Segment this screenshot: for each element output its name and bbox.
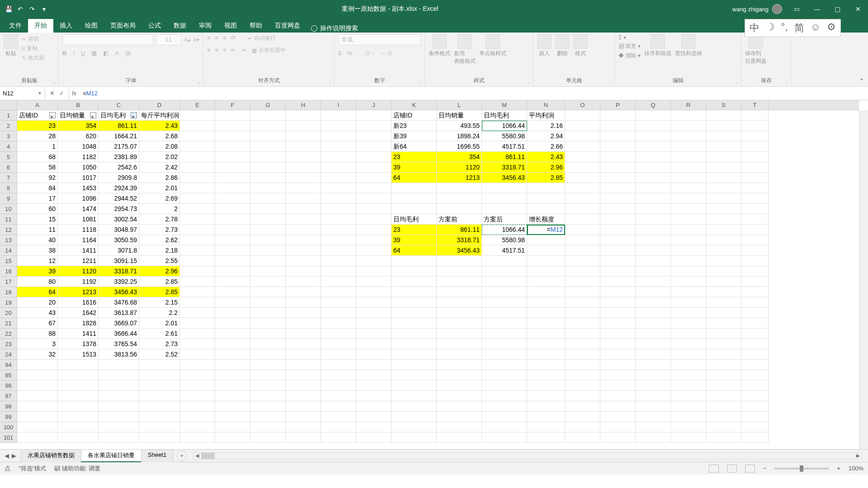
cell[interactable] — [356, 349, 392, 360]
cell[interactable] — [437, 401, 482, 412]
sheet-tab[interactable]: 水果店铺销售数据 — [21, 449, 81, 462]
cell[interactable] — [356, 339, 392, 349]
cell[interactable] — [215, 141, 250, 152]
cell[interactable] — [565, 245, 600, 256]
cell[interactable] — [706, 339, 741, 349]
col-header-R[interactable]: R — [671, 100, 706, 110]
find-select-button[interactable]: 查找和选择 — [675, 34, 702, 57]
cut-button[interactable]: ✂ 剪切 — [22, 35, 44, 43]
row-header-2[interactable]: 2 — [0, 121, 17, 131]
cell[interactable] — [671, 193, 706, 204]
cell[interactable] — [636, 152, 671, 162]
cell[interactable] — [215, 308, 250, 318]
cell[interactable] — [17, 422, 58, 432]
cell[interactable] — [215, 360, 250, 370]
cell[interactable] — [706, 256, 741, 266]
cell[interactable] — [286, 183, 321, 193]
cell[interactable]: 2.43 — [527, 152, 565, 162]
row-header-95[interactable]: 95 — [0, 370, 17, 380]
filter-icon[interactable] — [49, 112, 56, 118]
close-icon[interactable]: ✕ — [848, 0, 868, 18]
cell[interactable] — [636, 432, 671, 443]
cell[interactable]: 2.42 — [139, 162, 180, 173]
cell[interactable] — [321, 131, 356, 141]
cell[interactable] — [706, 412, 741, 422]
cell[interactable] — [706, 328, 741, 339]
cell[interactable]: 1048 — [58, 141, 99, 152]
cell[interactable] — [180, 432, 215, 443]
zoom-out-icon[interactable]: − — [763, 465, 767, 472]
cell[interactable] — [250, 235, 286, 245]
cell[interactable] — [286, 141, 321, 152]
cell[interactable]: 2.66 — [527, 141, 565, 152]
cell[interactable] — [671, 380, 706, 391]
cell[interactable] — [392, 380, 437, 391]
cell[interactable] — [671, 235, 706, 245]
cell[interactable] — [527, 339, 565, 349]
hscroll-left-icon[interactable]: ◀ — [193, 453, 201, 459]
cell[interactable] — [671, 432, 706, 443]
add-sheet-button[interactable]: + — [176, 450, 187, 461]
underline-button[interactable]: U — [81, 50, 85, 58]
cell[interactable] — [215, 204, 250, 214]
cell[interactable] — [636, 277, 671, 287]
cell[interactable] — [600, 110, 636, 121]
cell[interactable] — [565, 422, 600, 432]
helper-ime-icon[interactable]: 中 — [750, 21, 760, 35]
cell[interactable] — [286, 380, 321, 391]
user-area[interactable]: wang zhigang — [728, 4, 787, 14]
sheet-nav[interactable]: ◀▶ — [0, 452, 21, 459]
cell[interactable]: 5580.98 — [482, 131, 527, 141]
cell[interactable] — [437, 266, 482, 277]
cell[interactable]: 2.01 — [139, 183, 180, 193]
row-header-99[interactable]: 99 — [0, 412, 17, 422]
cell[interactable] — [671, 360, 706, 370]
cell[interactable] — [250, 432, 286, 443]
cell[interactable] — [482, 432, 527, 443]
cell[interactable] — [741, 121, 769, 131]
cell[interactable] — [392, 256, 437, 266]
qat-dropdown-icon[interactable]: ▾ — [40, 5, 48, 13]
cell[interactable] — [741, 204, 769, 214]
row-header-8[interactable]: 8 — [0, 183, 17, 193]
cell[interactable] — [706, 141, 741, 152]
cell[interactable] — [636, 245, 671, 256]
cell[interactable] — [17, 432, 58, 443]
cell[interactable] — [600, 193, 636, 204]
cell[interactable]: 2.96 — [527, 162, 565, 173]
cancel-formula-icon[interactable]: ✕ — [50, 90, 55, 97]
cell[interactable]: 17 — [17, 193, 58, 204]
row-header-6[interactable]: 6 — [0, 162, 17, 173]
cell[interactable]: 3048.97 — [99, 225, 139, 235]
cell[interactable] — [706, 225, 741, 235]
row-header-96[interactable]: 96 — [0, 380, 17, 391]
cell[interactable] — [437, 318, 482, 328]
cell[interactable] — [215, 183, 250, 193]
col-header-S[interactable]: S — [706, 100, 741, 110]
cell[interactable] — [671, 121, 706, 131]
cell[interactable] — [250, 422, 286, 432]
tab-审阅[interactable]: 审阅 — [193, 19, 218, 33]
cell[interactable] — [286, 297, 321, 308]
cell[interactable] — [321, 183, 356, 193]
row-header-98[interactable]: 98 — [0, 401, 17, 412]
cell[interactable] — [565, 162, 600, 173]
cell[interactable] — [600, 287, 636, 297]
cell[interactable] — [437, 308, 482, 318]
cell[interactable] — [180, 297, 215, 308]
cell[interactable] — [286, 432, 321, 443]
cell[interactable]: 3456.43 — [99, 287, 139, 297]
cell[interactable] — [356, 401, 392, 412]
cell[interactable] — [286, 287, 321, 297]
cell[interactable] — [250, 339, 286, 349]
cell[interactable] — [250, 162, 286, 173]
cell[interactable]: 3669.07 — [99, 318, 139, 328]
cell[interactable] — [437, 380, 482, 391]
tab-文件[interactable]: 文件 — [3, 19, 28, 33]
cell[interactable] — [636, 256, 671, 266]
cell[interactable] — [741, 256, 769, 266]
cell[interactable] — [600, 308, 636, 318]
cell[interactable] — [250, 266, 286, 277]
cell[interactable] — [17, 401, 58, 412]
cell[interactable] — [741, 422, 769, 432]
